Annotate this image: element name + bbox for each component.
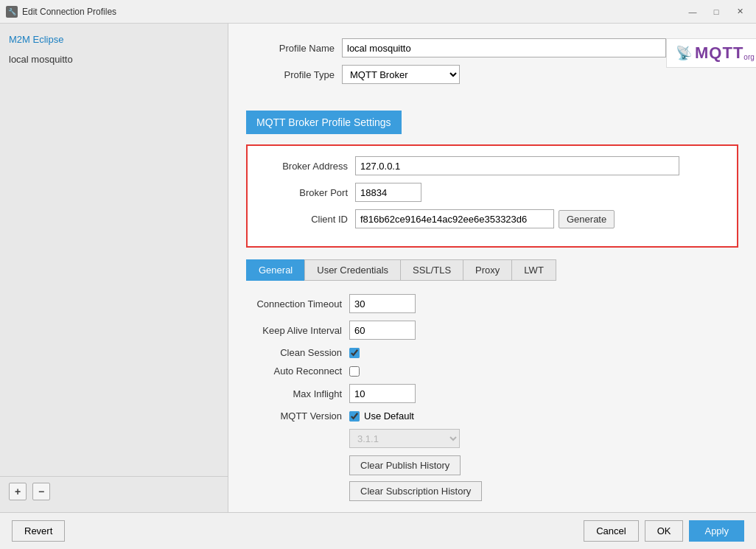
clear-publish-history-row: Clear Publish History xyxy=(349,455,731,475)
broker-address-label: Broker Address xyxy=(259,161,348,172)
mqtt-version-label: MQTT Version xyxy=(253,410,342,422)
broker-address-input[interactable] xyxy=(355,156,679,175)
mqtt-logo: 📡 MQTT org xyxy=(666,38,756,68)
minimize-button[interactable]: — xyxy=(682,4,703,19)
keep-alive-row: Keep Alive Interval xyxy=(253,321,731,340)
sidebar-item-m2m-eclipse[interactable]: M2M Eclipse xyxy=(0,29,228,49)
profile-type-row: Profile Type MQTT Broker MQTT Subscriber xyxy=(246,65,666,84)
mqtt-version-dropdown-row: 3.1.1 3.1 xyxy=(253,429,731,448)
add-profile-button[interactable]: + xyxy=(9,483,27,500)
apply-button[interactable]: Apply xyxy=(689,520,744,542)
content-area: Profile Name Profile Type MQTT Broker MQ… xyxy=(228,24,756,512)
window-controls: — □ ✕ xyxy=(682,4,750,19)
mqtt-logo-org: org xyxy=(743,53,754,61)
tab-user-credentials[interactable]: User Credentials xyxy=(304,259,400,281)
profile-type-label: Profile Type xyxy=(246,69,335,80)
bottom-right-buttons: Cancel OK Apply xyxy=(584,520,744,542)
auto-reconnect-row: Auto Reconnect xyxy=(253,366,731,377)
remove-profile-button[interactable]: − xyxy=(32,483,50,500)
broker-section-header: MQTT Broker Profile Settings xyxy=(246,111,402,134)
keep-alive-label: Keep Alive Interval xyxy=(253,325,342,336)
mqtt-version-row: MQTT Version Use Default xyxy=(253,410,731,422)
clear-subscription-history-button[interactable]: Clear Subscription History xyxy=(349,481,482,501)
broker-port-row: Broker Port xyxy=(259,183,725,202)
broker-port-input[interactable] xyxy=(355,183,421,202)
max-inflight-label: Max Inflight xyxy=(253,388,342,399)
profile-fields: Profile Name Profile Type MQTT Broker MQ… xyxy=(246,38,666,91)
maximize-button[interactable]: □ xyxy=(706,4,727,19)
profile-name-row: Profile Name xyxy=(246,38,666,57)
client-id-input[interactable] xyxy=(355,209,554,228)
app-icon: 🔧 xyxy=(6,6,18,18)
profile-type-select[interactable]: MQTT Broker MQTT Subscriber xyxy=(342,65,460,84)
mqtt-antenna-icon: 📡 xyxy=(676,45,692,61)
profile-type-dropdown-container: MQTT Broker MQTT Subscriber xyxy=(342,65,460,84)
sidebar-item-local-mosquitto[interactable]: local mosquitto xyxy=(0,49,228,69)
tabs: General User Credentials SSL/TLS Proxy L… xyxy=(246,259,738,281)
auto-reconnect-label: Auto Reconnect xyxy=(253,366,342,377)
tab-lwt[interactable]: LWT xyxy=(511,259,556,281)
window-title: Edit Connection Profiles xyxy=(22,7,682,17)
sidebar-footer: + − xyxy=(0,476,228,506)
sidebar: M2M Eclipse local mosquitto + − xyxy=(0,24,228,512)
cancel-button[interactable]: Cancel xyxy=(584,520,638,542)
clean-session-label: Clean Session xyxy=(253,347,342,358)
revert-button[interactable]: Revert xyxy=(12,520,65,542)
mqtt-version-checkbox[interactable] xyxy=(349,411,360,422)
clean-session-row: Clean Session xyxy=(253,347,731,358)
general-tab-content: Connection Timeout Keep Alive Interval C… xyxy=(246,294,738,501)
tab-ssl-tls[interactable]: SSL/TLS xyxy=(400,259,463,281)
mqtt-logo-text: MQTT xyxy=(695,43,743,63)
connection-timeout-row: Connection Timeout xyxy=(253,294,731,313)
connection-timeout-label: Connection Timeout xyxy=(253,298,342,310)
clear-publish-history-button[interactable]: Clear Publish History xyxy=(349,455,461,475)
close-button[interactable]: ✕ xyxy=(729,4,750,19)
main-layout: M2M Eclipse local mosquitto + − Profile … xyxy=(0,24,756,512)
profile-name-label: Profile Name xyxy=(246,43,335,54)
bottom-bar: Revert Cancel OK Apply xyxy=(0,512,756,549)
client-id-label: Client ID xyxy=(259,214,348,225)
tab-general[interactable]: General xyxy=(246,259,304,281)
max-inflight-row: Max Inflight xyxy=(253,384,731,403)
tab-proxy[interactable]: Proxy xyxy=(463,259,511,281)
client-id-row: Client ID Generate xyxy=(259,209,725,228)
mqtt-version-use-default-label: Use Default xyxy=(364,410,414,422)
profile-name-input[interactable] xyxy=(342,38,666,57)
clear-subscription-history-row: Clear Subscription History xyxy=(349,481,731,501)
keep-alive-input[interactable] xyxy=(349,321,416,340)
mqtt-version-select[interactable]: 3.1.1 3.1 xyxy=(349,429,460,448)
connection-timeout-input[interactable] xyxy=(349,294,416,313)
titlebar: 🔧 Edit Connection Profiles — □ ✕ xyxy=(0,0,756,24)
ok-button[interactable]: OK xyxy=(645,520,684,542)
broker-port-label: Broker Port xyxy=(259,187,348,198)
auto-reconnect-checkbox[interactable] xyxy=(349,366,360,377)
generate-button[interactable]: Generate xyxy=(559,210,615,228)
clean-session-checkbox[interactable] xyxy=(349,348,360,358)
max-inflight-input[interactable] xyxy=(349,384,416,403)
broker-address-row: Broker Address xyxy=(259,156,725,175)
broker-section: Broker Address Broker Port Client ID Gen… xyxy=(246,144,738,248)
